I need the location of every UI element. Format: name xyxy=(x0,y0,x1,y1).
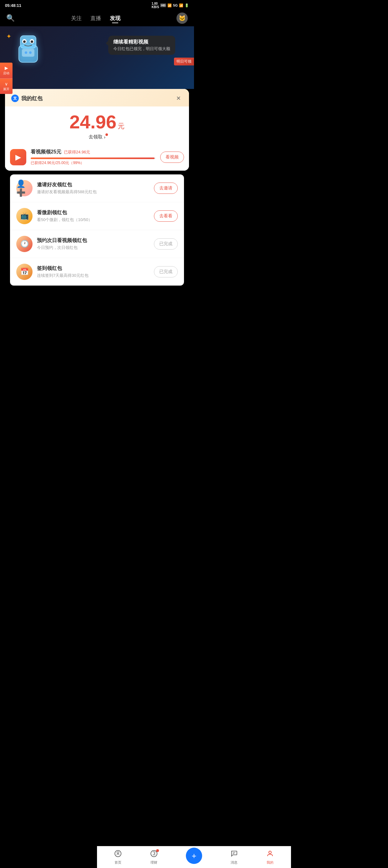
list-item: 🕐 预约次日看视频领红包 今日预约，次日领红包 已完成 xyxy=(10,230,184,258)
robot-character xyxy=(12,33,44,64)
wifi-icon: 📶 xyxy=(167,3,172,7)
notification-dot xyxy=(105,133,108,136)
modal-panel: 支 我的红包 ✕ 24.96 元 去领取 › ▶ xyxy=(5,89,189,170)
task-list: 👤➕ 邀请好友领红包 邀请好友看视频最高得588元红包 去邀请 📺 看微剧领红包… xyxy=(10,175,184,286)
invite-icon: 👤➕ xyxy=(16,180,33,196)
drama-icon: 📺 xyxy=(16,208,33,224)
signal-icon: 📶 xyxy=(179,3,183,7)
list-item: 📅 签到领红包 连续签到7天最高得30元红包 已完成 xyxy=(10,258,184,286)
checkin-button[interactable]: 已完成 xyxy=(154,266,178,277)
speed-icon: 1.00KB/S xyxy=(152,2,159,9)
hero-bubble: 继续看精彩视频 今日红包已领完，明日可领大额 xyxy=(108,36,175,55)
tab-follow[interactable]: 关注 xyxy=(71,15,82,22)
tab-live[interactable]: 直播 xyxy=(90,15,101,22)
hd-icon: HD xyxy=(160,3,166,7)
video-task-item: ▶ 看视频领25元 已获得24.96元 已获得24.96元/25.00元（99%… xyxy=(10,149,184,166)
checkin-title: 签到领红包 xyxy=(37,265,150,272)
svg-point-4 xyxy=(23,40,26,43)
svg-point-8 xyxy=(29,51,32,54)
invite-title: 邀请好友领红包 xyxy=(37,182,150,188)
checkin-sub: 连续签到7天最高得30元红包 xyxy=(37,273,150,278)
amount-unit: 元 xyxy=(118,122,125,131)
5g-icon: 5G xyxy=(173,3,178,7)
bubble-subtitle: 今日红包已领完，明日可领大额 xyxy=(113,46,170,52)
play-icon: ▶ xyxy=(5,65,8,70)
time-display: 05:48:11 xyxy=(5,3,21,8)
modal-background: 支 我的红包 ✕ 24.96 元 去领取 › ▶ xyxy=(0,89,194,290)
battery-icon: 🔋 xyxy=(185,3,189,7)
svg-point-5 xyxy=(31,40,33,43)
list-item: 📺 看微剧领红包 看50个微剧，领红包（10/50） 去看看 xyxy=(10,202,184,230)
video-task-icon: ▶ xyxy=(10,149,26,165)
checkin-icon: 📅 xyxy=(16,264,33,280)
launch-button[interactable]: ▶ 启动 xyxy=(0,63,12,78)
drama-info: 看微剧领红包 看50个微剧，领红包（10/50） xyxy=(37,210,150,223)
tomorrow-badge: 明日可领 xyxy=(174,58,194,65)
invite-info: 邀请好友领红包 邀请好友看视频最高得588元红包 xyxy=(37,182,150,195)
alipay-icon: 支 xyxy=(11,95,19,102)
video-progress-bar xyxy=(31,157,156,159)
svg-rect-6 xyxy=(22,49,34,57)
tab-discover[interactable]: 发现 xyxy=(110,15,121,22)
watch-drama-button[interactable]: 去看看 xyxy=(154,210,178,222)
amount-value: 24.96 xyxy=(69,113,117,131)
bubble-title: 继续看精彩视频 xyxy=(113,39,170,45)
list-item: 👤➕ 邀请好友领红包 邀请好友看视频最高得588元红包 去邀请 xyxy=(10,175,184,202)
status-icons: 1.00KB/S HD 📶 5G 📶 🔋 xyxy=(152,2,189,9)
play-circle-icon: ▶ xyxy=(15,153,21,162)
svg-point-7 xyxy=(25,51,27,54)
nav-tabs: 关注 直播 发现 xyxy=(71,15,121,22)
top-nav: 🔍 关注 直播 发现 🐱 xyxy=(0,10,194,26)
invite-button[interactable]: 去邀请 xyxy=(154,183,178,194)
video-progress-fill xyxy=(31,157,155,159)
search-icon[interactable]: 🔍 xyxy=(6,14,15,22)
hero-area: ✦ 继续看精 xyxy=(0,26,194,89)
status-bar: 05:48:11 1.00KB/S HD 📶 5G 📶 🔋 xyxy=(0,0,194,10)
modal-title: 我的红包 xyxy=(21,95,42,102)
video-progress-text: 已获得24.96元/25.00元（99%） xyxy=(31,160,156,166)
video-task-earned: 已获得24.96元 xyxy=(64,149,90,155)
modal-header: 支 我的红包 ✕ xyxy=(5,89,189,106)
invite-sub: 邀请好友看视频最高得588元红包 xyxy=(37,189,150,195)
reserve-title: 预约次日看视频领红包 xyxy=(37,237,150,244)
drama-sub: 看50个微剧，领红包（10/50） xyxy=(37,217,150,223)
amount-section: 24.96 元 去领取 › xyxy=(5,106,189,145)
reserve-button[interactable]: 已完成 xyxy=(154,238,178,250)
video-task-section: ▶ 看视频领25元 已获得24.96元 已获得24.96元/25.00元（99%… xyxy=(5,145,189,170)
watch-video-button[interactable]: 看视频 xyxy=(160,152,184,163)
checkin-info: 签到领红包 连续签到7天最高得30元红包 xyxy=(37,265,150,278)
drama-title: 看微剧领红包 xyxy=(37,210,150,216)
video-task-info: 看视频领25元 已获得24.96元 已获得24.96元/25.00元（99%） xyxy=(31,149,156,166)
avatar[interactable]: 🐱 xyxy=(176,12,188,24)
star-icon: ✦ xyxy=(6,33,11,40)
reserve-sub: 今日预约，次日领红包 xyxy=(37,245,150,250)
reserve-icon: 🕐 xyxy=(16,236,33,252)
chevron-down-icon: ∨ xyxy=(5,82,8,86)
video-task-title: 看视频领25元 xyxy=(31,149,61,155)
chevron-right-icon: › xyxy=(104,134,105,140)
amount-row: 24.96 元 xyxy=(11,113,183,131)
side-float-buttons: ▶ 启动 ∨ 展开 xyxy=(0,63,12,94)
close-button[interactable]: ✕ xyxy=(174,94,183,103)
reserve-info: 预约次日看视频领红包 今日预约，次日领红包 xyxy=(37,237,150,250)
claim-link[interactable]: 去领取 › xyxy=(11,134,183,140)
expand-button[interactable]: ∨ 展开 xyxy=(0,78,12,94)
